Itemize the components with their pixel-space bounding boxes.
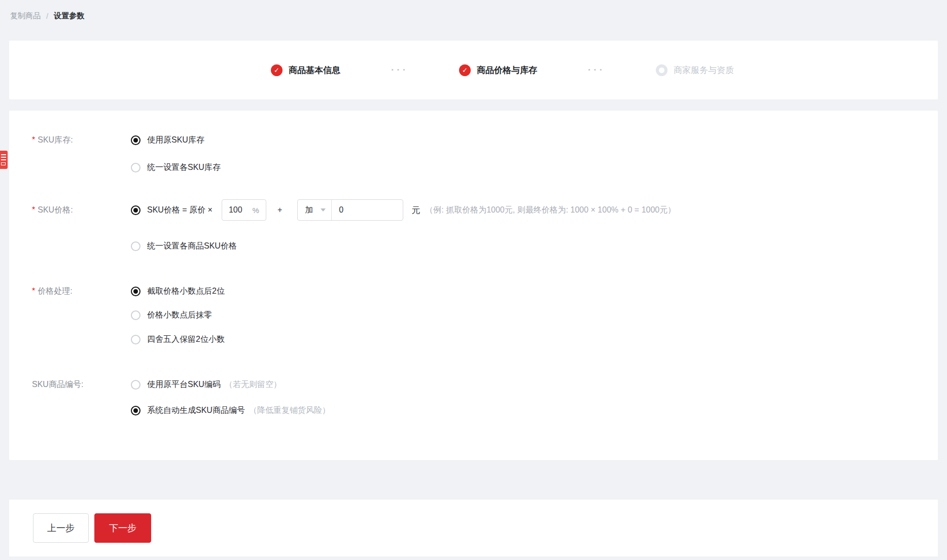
operator-select-value: 加 (305, 205, 313, 216)
list-lines-icon (1, 154, 6, 155)
radio-selected-icon[interactable] (131, 205, 141, 215)
step-dots-icon: ··· (391, 64, 408, 76)
field-label-price-handling: *价格处理: (9, 286, 131, 297)
form-row-sku-code-2: 系统自动生成SKU商品编号 （降低重复铺货风险） (9, 405, 938, 416)
radio-option-label: 统一设置各商品SKU价格 (147, 241, 237, 252)
radio-unselected-icon[interactable] (131, 163, 141, 172)
step-label: 商家服务与资质 (674, 64, 734, 76)
page-title: 设置参数 (54, 11, 84, 21)
price-formula-option: SKU价格 = 原价 × 100 % + 加 0 元 （例: 抓取价格为1000… (131, 199, 676, 221)
step-basic-info: ✓ 商品基本信息 (271, 64, 340, 76)
operator-select[interactable]: 加 (298, 200, 332, 220)
list-box-icon (1, 162, 6, 165)
chevron-down-icon (321, 208, 326, 212)
radio-unselected-icon[interactable] (131, 335, 141, 344)
radio-selected-icon[interactable] (131, 287, 141, 296)
radio-option-use-original-sku-code[interactable]: 使用原平台SKU编码 （若无则留空） (131, 379, 282, 390)
radio-option-label: 四舍五入保留2位小数 (147, 334, 225, 345)
percent-suffix: % (253, 206, 259, 215)
radio-option-label: 系统自动生成SKU商品编号 (147, 405, 245, 416)
breadcrumb-parent-link[interactable]: 复制商品 (10, 11, 41, 21)
check-circle-icon: ✓ (459, 64, 471, 76)
price-example-note: （例: 抓取价格为1000元, 则最终价格为: 1000 × 100% + 0 … (425, 205, 676, 216)
radio-option-label: 价格小数点后抹零 (147, 310, 212, 321)
radio-unselected-icon[interactable] (131, 241, 141, 251)
list-lines-icon (1, 159, 6, 160)
field-label-text: SKU库存: (38, 135, 73, 144)
radio-option-label: 使用原平台SKU编码 (147, 379, 221, 390)
radio-option-label: 截取价格小数点后2位 (147, 286, 225, 297)
form-row-price-handling: *价格处理: 截取价格小数点后2位 (9, 286, 938, 297)
required-asterisk: * (32, 205, 35, 214)
radio-option-label: 使用原SKU库存 (147, 135, 204, 146)
form-row-sku-stock-alt: 统一设置各SKU库存 (9, 162, 938, 173)
radio-option-uniform-stock[interactable]: 统一设置各SKU库存 (131, 162, 221, 173)
field-label-sku-stock: *SKU库存: (9, 135, 131, 146)
form-row-sku-stock: *SKU库存: 使用原SKU库存 (9, 135, 938, 146)
required-asterisk: * (32, 135, 35, 144)
required-asterisk: * (32, 287, 35, 295)
form-row-sku-code: SKU商品编号: 使用原平台SKU编码 （若无则留空） (9, 379, 938, 390)
settings-form-card: *SKU库存: 使用原SKU库存 统一设置各SKU库存 *SKU价格: SKU价… (9, 111, 938, 460)
radio-option-auto-generate-sku-code[interactable]: 系统自动生成SKU商品编号 （降低重复铺货风险） (131, 405, 330, 416)
radio-unselected-icon[interactable] (131, 310, 141, 320)
radio-option-note: （降低重复铺货风险） (249, 405, 330, 416)
field-label-text: SKU商品编号: (32, 380, 83, 389)
stepper: ✓ 商品基本信息 ··· ✓ 商品价格与库存 ··· 商家服务与资质 (271, 64, 734, 76)
form-row-sku-price: *SKU价格: SKU价格 = 原价 × 100 % + 加 0 元 （例: 抓… (9, 199, 938, 221)
percent-input[interactable]: 100 (229, 205, 242, 215)
form-row-sku-price-alt: 统一设置各商品SKU价格 (9, 241, 938, 252)
radio-selected-icon[interactable] (131, 135, 141, 145)
next-step-button[interactable]: 下一步 (94, 513, 151, 543)
adjustment-input-group: 加 0 (297, 199, 403, 221)
radio-option-uniform-price[interactable]: 统一设置各商品SKU价格 (131, 241, 237, 252)
breadcrumb-separator: / (46, 12, 48, 20)
price-formula-prefix: SKU价格 = 原价 × (147, 205, 213, 216)
radio-option-truncate-2-decimals[interactable]: 截取价格小数点后2位 (131, 286, 225, 297)
amount-input[interactable]: 0 (339, 205, 343, 215)
step-price-stock: ✓ 商品价格与库存 (459, 64, 537, 76)
amount-input-box[interactable]: 0 (332, 200, 403, 220)
field-label-sku-price: *SKU价格: (9, 205, 131, 216)
step-label: 商品基本信息 (289, 64, 340, 76)
check-circle-icon: ✓ (271, 64, 283, 76)
field-label-text: SKU价格: (38, 205, 73, 214)
stepper-card: ✓ 商品基本信息 ··· ✓ 商品价格与库存 ··· 商家服务与资质 (9, 41, 938, 99)
side-float-widget[interactable] (0, 151, 8, 169)
step-label: 商品价格与库存 (477, 64, 537, 76)
radio-option-round-2-decimals[interactable]: 四舍五入保留2位小数 (131, 334, 225, 345)
pending-circle-icon (656, 64, 668, 76)
field-label-sku-code: SKU商品编号: (9, 379, 131, 390)
previous-step-button[interactable]: 上一步 (33, 513, 89, 543)
form-row-price-handling-2: 价格小数点后抹零 (9, 310, 938, 321)
step-dots-icon: ··· (588, 64, 605, 76)
radio-option-use-original-stock[interactable]: 使用原SKU库存 (131, 135, 204, 146)
list-lines-icon (1, 157, 6, 158)
radio-unselected-icon[interactable] (131, 380, 141, 390)
plus-sign: + (277, 205, 282, 215)
currency-unit: 元 (411, 204, 420, 216)
radio-selected-icon[interactable] (131, 406, 141, 415)
step-merchant-service: 商家服务与资质 (656, 64, 734, 76)
breadcrumb: 复制商品 / 设置参数 (0, 0, 947, 31)
form-row-price-handling-3: 四舍五入保留2位小数 (9, 334, 938, 345)
percent-input-box: 100 % (222, 199, 266, 221)
radio-option-label: 统一设置各SKU库存 (147, 162, 221, 173)
footer-action-bar: 上一步 下一步 (9, 500, 938, 556)
field-label-text: 价格处理: (38, 287, 72, 295)
radio-option-note: （若无则留空） (225, 379, 282, 390)
radio-option-drop-decimals[interactable]: 价格小数点后抹零 (131, 310, 212, 321)
